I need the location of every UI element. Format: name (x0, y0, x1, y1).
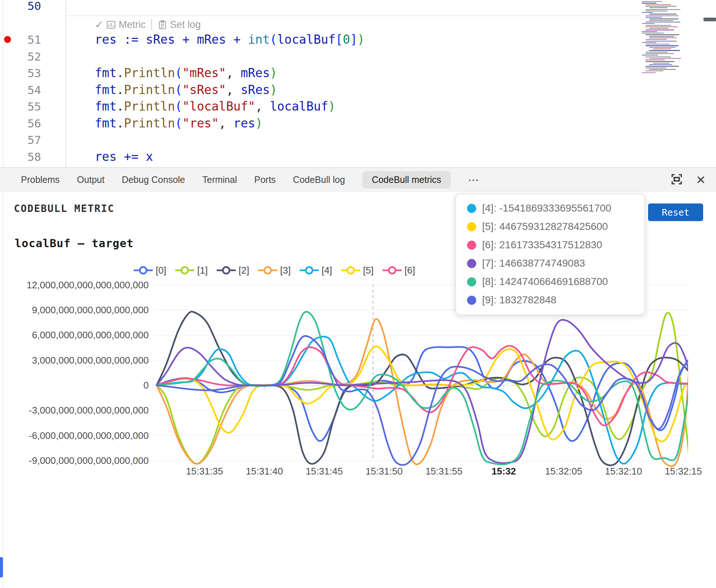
panel-tab-codebull-log[interactable]: CodeBull log (293, 174, 345, 185)
legend-label: [2] (239, 265, 249, 276)
series-line-8 (157, 312, 690, 465)
x-tick-label: 15:31:45 (291, 466, 357, 477)
legend-item-5[interactable]: [5] (341, 265, 374, 276)
code-token: ( (270, 32, 277, 47)
legend-item-2[interactable]: [2] (217, 265, 249, 276)
minimap-line (653, 48, 671, 49)
line-number[interactable]: 58 (15, 148, 41, 165)
tooltip-row: [9]: 1832782848 (456, 291, 644, 309)
editor-minimap[interactable] (640, 0, 697, 75)
series-color-dot (467, 259, 476, 268)
legend-item-0[interactable]: [0] (134, 265, 166, 276)
minimap-line (642, 31, 657, 32)
panel-tab-terminal[interactable]: Terminal (202, 174, 237, 185)
code-token: . (117, 66, 124, 80)
minimap-line (649, 18, 679, 19)
code-line-58[interactable]: res += x (95, 148, 153, 165)
codelens-metric-link[interactable]: Metric (119, 19, 146, 30)
legend-marker-icon (175, 265, 194, 275)
series-color-dot (467, 241, 476, 250)
code-token: , (219, 116, 234, 130)
line-number[interactable]: 55 (15, 98, 41, 115)
code-token: Println (124, 83, 175, 97)
minimap-line (642, 3, 657, 3)
x-tick-label: 15:32 (471, 466, 537, 477)
line-number[interactable]: 51 (15, 31, 41, 48)
code-token: ( (175, 83, 182, 97)
gutter-separator (65, 0, 66, 167)
line-number[interactable]: 50 (15, 0, 41, 14)
code-line-53[interactable]: fmt.Println("mRes", mRes) (95, 65, 277, 82)
tooltip-row: [8]: 1424740664691688700 (456, 273, 644, 291)
panel-tab-codebull-metrics[interactable]: CodeBull metrics (362, 171, 451, 188)
minimap-line (642, 23, 655, 24)
legend-marker-icon (134, 265, 153, 275)
legend-item-6[interactable]: [6] (383, 265, 415, 276)
minimap-line (642, 42, 657, 43)
code-token: fmt (95, 99, 117, 113)
x-tick-label: 15:32:15 (650, 466, 716, 477)
code-token: Println (124, 99, 175, 113)
code-line-55[interactable]: fmt.Println("localBuf", localBuf) (95, 98, 336, 115)
tooltip-value: [7]: 146638774749083 (482, 257, 585, 269)
minimap-line (646, 6, 677, 7)
series-color-dot (467, 204, 476, 213)
legend-label: [4] (322, 265, 332, 276)
line-number[interactable]: 53 (15, 65, 41, 82)
legend-label: [0] (156, 265, 166, 276)
x-tick-label: 15:32:10 (590, 466, 657, 477)
breakpoint-dot[interactable] (4, 36, 11, 43)
code-token: res (234, 116, 256, 130)
code-token: res := sRes + mRes + (95, 32, 248, 47)
code-line-54[interactable]: fmt.Println("sRes", sRes) (95, 82, 277, 98)
code-token: "res" (182, 116, 218, 130)
panel-tab-debug-console[interactable]: Debug Console (122, 174, 185, 185)
legend-item-4[interactable]: [4] (300, 265, 332, 276)
line-number[interactable]: 54 (15, 82, 41, 98)
panel-tab-output[interactable]: Output (77, 174, 105, 185)
legend-marker-icon (383, 265, 402, 275)
minimap-line (646, 15, 679, 16)
line-number[interactable]: 52 (15, 48, 41, 65)
code-token: fmt (95, 66, 117, 80)
code-token: mRes (241, 66, 270, 80)
minimap-line (649, 14, 677, 14)
tooltip-row: [4]: -1541869333695561700 (456, 199, 644, 217)
close-panel-icon[interactable]: ✕ (696, 173, 706, 187)
legend-label: [5] (363, 265, 374, 276)
code-line-56[interactable]: fmt.Println("res", res) (95, 115, 263, 132)
series-color-dot (467, 277, 476, 286)
code-token: ) (357, 32, 365, 47)
series-color-dot (467, 296, 476, 305)
panel-tab-problems[interactable]: Problems (21, 174, 60, 185)
minimap-line (646, 39, 667, 40)
code-token: int (248, 32, 270, 47)
legend-item-3[interactable]: [3] (258, 265, 291, 276)
minimap-line (649, 28, 668, 29)
code-token: ) (270, 83, 277, 97)
series-line-3 (157, 319, 690, 466)
minimap-line (646, 41, 677, 42)
codelens-separator (151, 19, 152, 30)
more-tabs-icon[interactable]: ⋯ (468, 173, 480, 186)
minimap-line (646, 25, 671, 26)
maximize-panel-icon[interactable] (670, 173, 683, 187)
minimap-line (646, 45, 679, 46)
codelens-setlog-link[interactable]: Set log (170, 19, 201, 30)
reset-button[interactable]: Reset (648, 203, 703, 221)
legend-item-1[interactable]: [1] (175, 265, 208, 276)
x-tick-label: 15:31:55 (411, 466, 477, 477)
code-line-51[interactable]: res := sRes + mRes + int(localBuf[0]) (95, 31, 365, 48)
minimap-line (642, 72, 656, 73)
line-number[interactable]: 56 (15, 115, 41, 132)
left-edge-indicator (0, 557, 3, 577)
code-token: [ (336, 32, 343, 47)
line-number[interactable]: 57 (15, 131, 41, 148)
panel-tab-ports[interactable]: Ports (254, 174, 275, 185)
minimap-line (649, 7, 668, 8)
code-token: fmt (95, 83, 117, 97)
code-token: "mRes" (182, 66, 226, 80)
minimap-line (642, 12, 653, 13)
minimap-line (646, 4, 671, 5)
minimap-line (646, 57, 671, 57)
